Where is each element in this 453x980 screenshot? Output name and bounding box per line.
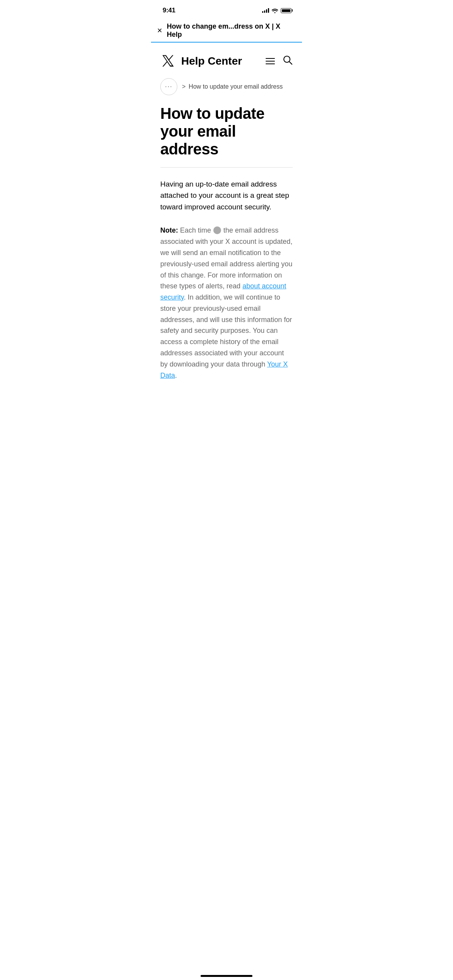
browser-title: How to change em...dress on X | X Help <box>167 22 296 39</box>
wifi-icon <box>271 8 278 13</box>
x-logo-icon <box>160 53 176 69</box>
article-intro: Having an up-to-date email address attac… <box>160 178 293 212</box>
svg-line-1 <box>289 62 292 64</box>
site-header: Help Center <box>151 43 302 78</box>
article-title: How to update your email address <box>160 105 293 158</box>
scroll-indicator <box>213 226 221 234</box>
breadcrumb-back-button[interactable]: ··· <box>160 78 177 95</box>
note-text-cont: the email address associated with your X… <box>160 226 292 290</box>
signal-icon <box>262 8 269 13</box>
breadcrumb-dots: ··· <box>165 83 172 90</box>
status-icons <box>262 8 293 13</box>
status-time: 9:41 <box>163 7 175 14</box>
article-note: Note: Each time the email address associ… <box>160 225 293 381</box>
note-label: Note: <box>160 226 178 234</box>
search-button[interactable] <box>283 55 293 67</box>
note-continuation: . In addition, we will continue to store… <box>160 293 292 368</box>
note-end: . <box>175 372 177 379</box>
close-tab-button[interactable]: × <box>157 26 162 35</box>
site-name: Help Center <box>181 55 242 67</box>
logo-area: Help Center <box>160 53 242 69</box>
browser-bar: × How to change em...dress on X | X Help <box>151 19 302 43</box>
note-text: Each time <box>180 226 213 234</box>
article-divider <box>160 167 293 168</box>
header-icons <box>266 55 293 67</box>
breadcrumb-chevron-icon: > <box>182 83 185 90</box>
menu-button[interactable] <box>266 58 275 64</box>
battery-icon <box>281 8 293 13</box>
breadcrumb-current: How to update your email address <box>189 83 283 90</box>
breadcrumb: ··· > How to update your email address <box>151 78 302 105</box>
status-bar: 9:41 <box>151 0 302 19</box>
article-container: How to update your email address Having … <box>151 105 302 381</box>
